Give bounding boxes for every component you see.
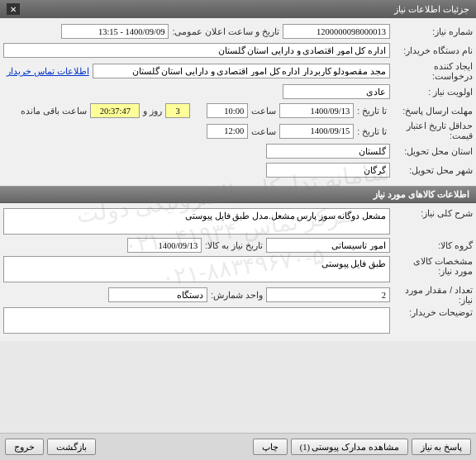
- main-form: شماره نیاز: تاریخ و ساعت اعلان عمومی: نا…: [0, 18, 476, 186]
- requester-label: ایجاد کننده درخواست:: [390, 61, 473, 81]
- specs-field[interactable]: [3, 256, 390, 282]
- need-number-field[interactable]: [283, 24, 390, 39]
- unit-field[interactable]: [108, 287, 207, 302]
- general-desc-field[interactable]: [3, 208, 390, 235]
- window-titlebar: جزئیات اطلاعات نیاز ✕: [0, 0, 476, 18]
- button-bar: پاسخ به نیاز مشاهده مدارک پیوستی (1) چاپ…: [0, 433, 476, 460]
- time-label-1: ساعت: [248, 106, 279, 116]
- buyer-org-label: نام دستگاه خریدار:: [390, 45, 473, 55]
- delivery-province-label: استان محل تحویل:: [390, 146, 473, 156]
- goods-section-header: اطلاعات کالاهای مورد نیاز: [0, 186, 476, 203]
- attachments-button[interactable]: مشاهده مدارک پیوستی (1): [291, 439, 408, 455]
- priority-label: اولویت نیاز :: [390, 87, 473, 97]
- priority-field[interactable]: [283, 84, 390, 99]
- validity-label: حداقل تاریخ اعتبار قیمت:: [390, 121, 473, 140]
- delivery-city-field[interactable]: [266, 163, 390, 178]
- deadline-label: مهلت ارسال پاسخ:: [390, 106, 473, 116]
- validity-date-field[interactable]: [279, 124, 354, 139]
- days-remaining-field: [165, 103, 190, 118]
- requester-field[interactable]: [93, 64, 390, 78]
- buyer-notes-label: توضیحات خریدار:: [390, 307, 473, 317]
- remaining-label: ساعت باقی مانده: [17, 106, 90, 116]
- days-and-label: روز و: [140, 106, 165, 116]
- delivery-city-label: شهر محل تحویل:: [390, 165, 473, 175]
- contact-link[interactable]: اطلاعات تماس خریدار: [3, 66, 93, 76]
- respond-button[interactable]: پاسخ به نیاز: [412, 439, 471, 455]
- general-desc-label: شرح کلی نیاز:: [390, 208, 473, 218]
- qty-field[interactable]: [266, 287, 390, 302]
- print-button[interactable]: چاپ: [253, 439, 288, 455]
- group-label: گروه کالا:: [390, 240, 473, 250]
- need-date-field[interactable]: [127, 238, 202, 253]
- time-label-2: ساعت: [248, 126, 279, 136]
- buyer-org-field[interactable]: [3, 43, 390, 58]
- goods-form: شرح کلی نیاز: گروه کالا: تاریخ نیاز به ک…: [0, 203, 476, 341]
- deadline-date-field[interactable]: [279, 103, 354, 118]
- announce-field[interactable]: [61, 24, 169, 39]
- time-remaining-field: [90, 103, 140, 118]
- delivery-province-field[interactable]: [266, 144, 390, 159]
- deadline-time-field[interactable]: [207, 103, 248, 118]
- window-title: جزئیات اطلاعات نیاز: [394, 4, 469, 15]
- need-date-label: تاریخ نیاز به کالا:: [202, 240, 266, 250]
- until-label-2: تا تاریخ :: [354, 126, 390, 136]
- back-button[interactable]: بازگشت: [47, 439, 96, 455]
- unit-label: واحد شمارش:: [207, 290, 266, 300]
- until-label: تا تاریخ :: [354, 106, 390, 116]
- validity-time-field[interactable]: [207, 124, 248, 139]
- exit-button[interactable]: خروج: [5, 439, 44, 455]
- need-number-label: شماره نیاز:: [390, 26, 473, 36]
- group-field[interactable]: [266, 238, 390, 253]
- buyer-notes-field[interactable]: [3, 307, 390, 334]
- specs-label: مشخصات کالای مورد نیاز:: [390, 256, 473, 276]
- qty-label: تعداد / مقدار مورد نیاز:: [390, 285, 473, 305]
- close-icon[interactable]: ✕: [7, 3, 20, 15]
- announce-label: تاریخ و ساعت اعلان عمومی:: [169, 26, 283, 36]
